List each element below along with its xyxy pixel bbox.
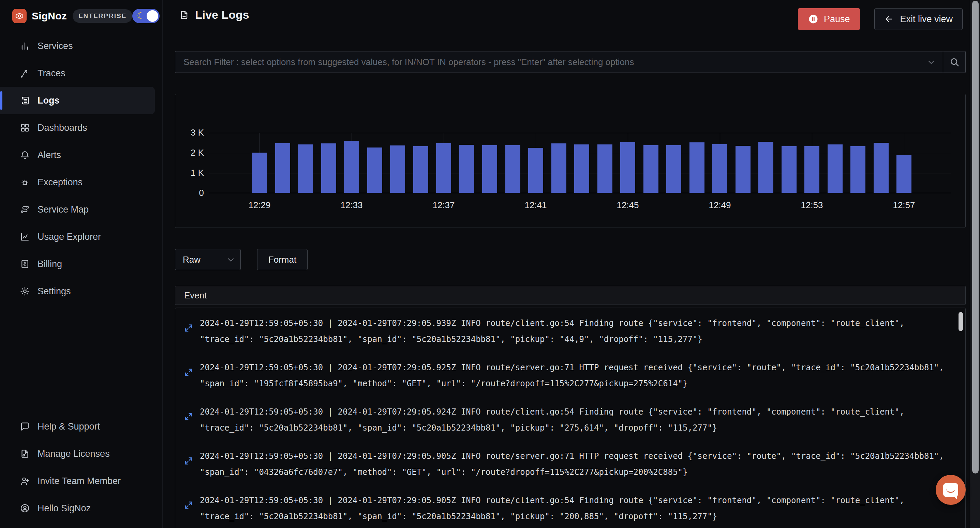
page-header: Live Logs Pause Exit live view [175,0,966,38]
expand-icon[interactable] [184,368,193,377]
sidebar-item-hello-signoz[interactable]: Hello SigNoz [0,495,155,522]
route-icon [20,68,30,78]
chart-bar [367,147,382,193]
sidebar-item-label: Manage Licenses [38,449,110,459]
sidebar-item-label: Billing [38,259,62,270]
sidebar-item-traces[interactable]: Traces [0,60,155,87]
search-row: Search Filter : select options from sugg… [175,51,966,73]
billing-receipt-icon [20,259,30,269]
sidebar-item-manage-licenses[interactable]: Manage Licenses [0,440,155,467]
enterprise-badge: ENTERPRISE [73,9,132,23]
chat-smile-icon [946,488,955,493]
log-row[interactable]: 2024-01-29T12:59:05+05:30 | 2024-01-29T0… [175,312,965,351]
active-indicator [0,91,2,110]
page-scrollbar-thumb[interactable] [972,1,978,474]
expand-icon[interactable] [184,412,193,421]
sidebar-item-label: Help & Support [38,422,100,432]
sidebar-item-dashboards[interactable]: Dashboards [0,114,155,141]
chart-bar [804,146,819,193]
help-chat-icon [20,422,30,431]
sidebar-item-label: Logs [38,95,60,106]
chart-bar [551,143,566,193]
sidebar-item-logs[interactable]: Logs [0,87,155,114]
chart-bar [459,145,474,193]
expand-icon[interactable] [184,501,193,510]
log-line-1: 2024-01-29T12:59:05+05:30 | 2024-01-29T0… [200,360,952,376]
search-filter-input[interactable]: Search Filter : select options from sugg… [175,51,943,73]
x-tick-label: 12:29 [239,200,280,211]
sidebar-item-exceptions[interactable]: Exceptions [0,169,155,196]
usage-chart-icon [20,231,30,242]
chart-bar [252,152,267,193]
theme-toggle[interactable]: ☾ [132,9,159,23]
bell-icon [20,150,30,160]
chart-bar [758,142,773,193]
sidebar-item-label: Invite Team Member [38,476,121,487]
sidebar-nav: ServicesTracesLogsDashboardsAlertsExcept… [0,32,162,305]
chart-bar [620,142,635,193]
y-tick-label: 2 K [175,147,204,158]
bar-chart-icon [20,41,30,51]
format-label: Format [268,254,296,265]
sidebar-item-usage-explorer[interactable]: Usage Explorer [0,223,155,251]
chart-bar [390,146,405,193]
chart-bar [275,143,290,193]
x-tick-label: 12:57 [883,200,924,211]
chart-bar [482,145,497,193]
moon-icon: ☾ [137,11,145,21]
sidebar-item-billing[interactable]: Billing [0,251,155,277]
log-line-1: 2024-01-29T12:59:05+05:30 | 2024-01-29T0… [200,316,952,331]
chart-bar [827,144,843,193]
sidebar-item-help-support[interactable]: Help & Support [0,413,155,440]
log-row[interactable]: 2024-01-29T12:59:05+05:30 | 2024-01-29T0… [175,401,965,439]
sidebar-item-label: Hello SigNoz [38,503,91,514]
sidebar-item-label: Settings [38,286,71,297]
chart-bar [781,146,797,193]
sidebar-item-services[interactable]: Services [0,32,155,60]
x-tick-label: 12:33 [331,200,372,211]
chart-bar [643,145,659,193]
sidebar-item-label: Service Map [38,205,89,215]
log-line-1: 2024-01-29T12:59:05+05:30 | 2024-01-29T0… [200,404,952,420]
sidebar-item-invite-team-member[interactable]: Invite Team Member [0,467,155,495]
chart-bar [505,145,520,193]
sidebar-item-alerts[interactable]: Alerts [0,141,155,169]
sidebar-footer-nav: Help & SupportManage LicensesInvite Team… [0,413,162,522]
log-row[interactable]: 2024-01-29T12:59:05+05:30 | 2024-01-29T0… [175,489,965,528]
chart-bar [735,146,751,193]
search-button[interactable] [943,51,966,73]
chevron-down-icon[interactable] [926,57,936,68]
sidebar-item-settings[interactable]: Settings [0,277,155,305]
exit-live-view-button[interactable]: Exit live view [874,8,963,30]
pause-button[interactable]: Pause [798,8,860,30]
service-map-icon [20,205,30,215]
pause-label: Pause [824,14,850,25]
y-tick-label: 3 K [175,127,204,138]
sidebar-item-label: Exceptions [38,177,83,188]
expand-icon[interactable] [184,457,193,465]
log-line-2: "trace_id": "5c20a1b52234bb81", "span_id… [200,509,952,525]
logs-rows: 2024-01-29T12:59:05+05:30 | 2024-01-29T0… [175,312,965,528]
x-tick-label: 12:37 [423,200,464,211]
sidebar: SigNoz ENTERPRISE ☾ ServicesTracesLogsDa… [0,0,163,528]
sidebar-item-label: Alerts [38,150,61,160]
logs-scrollbar-thumb[interactable] [959,312,963,331]
log-row[interactable]: 2024-01-29T12:59:05+05:30 | 2024-01-29T0… [175,445,965,484]
page-scrollbar-track[interactable] [970,0,980,528]
log-row[interactable]: 2024-01-29T12:59:05+05:30 | 2024-01-29T0… [175,356,965,395]
invite-user-icon [20,476,30,486]
bug-icon [20,177,30,187]
expand-icon[interactable] [184,323,193,333]
search-icon [949,57,960,67]
format-button[interactable]: Format [257,249,307,270]
chart-bar [344,141,359,193]
x-tick-label: 12:41 [515,200,556,211]
chat-support-button[interactable] [935,475,966,505]
view-mode-select[interactable]: Raw [175,249,241,270]
app-root: SigNoz ENTERPRISE ☾ ServicesTracesLogsDa… [0,0,980,528]
log-line-2: "span_id": "04326a6fc76d07e7", "method":… [200,464,952,480]
license-file-icon [20,449,30,459]
sidebar-item-service-map[interactable]: Service Map [0,196,155,223]
header-actions: Pause Exit live view [798,8,963,30]
log-line-2: "trace_id": "5c20a1b52234bb81", "span_id… [200,420,952,436]
